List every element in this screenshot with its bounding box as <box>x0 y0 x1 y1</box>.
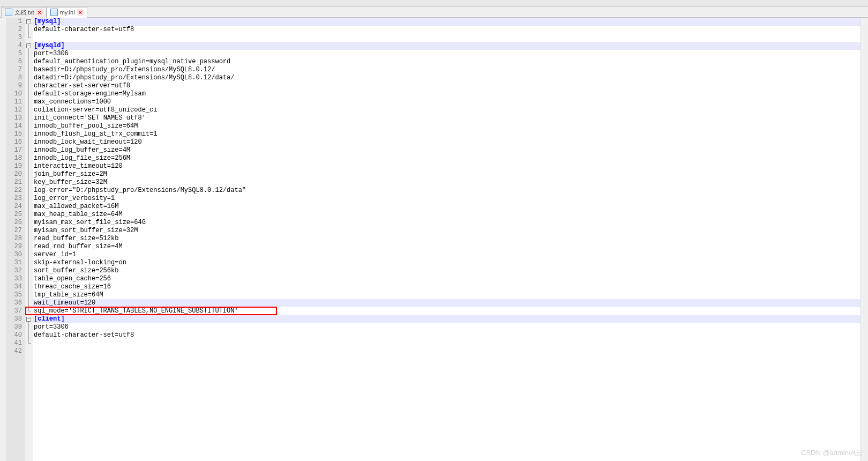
code-line[interactable]: sql_mode='STRICT_TRANS_TABLES,NO_ENGINE_… <box>33 307 860 315</box>
code-line[interactable]: read_rnd_buffer_size=4M <box>33 243 860 251</box>
ini-section: [mysql] <box>34 18 61 25</box>
code-line[interactable]: thread_cache_size=16 <box>33 283 860 291</box>
code-line[interactable]: interactive_timeout=120 <box>33 162 860 170</box>
line-number: 31 <box>7 259 25 267</box>
ini-key: character-set-server <box>34 82 111 90</box>
tab-document-txt[interactable]: 文档.txt × <box>1 7 47 18</box>
ini-key: collation-server <box>34 106 95 114</box>
code-line[interactable]: default-character-set=utf8 <box>33 331 860 339</box>
code-line[interactable]: max_allowed_packet=16M <box>33 203 860 211</box>
code-line[interactable]: [client] <box>33 315 860 323</box>
code-line[interactable]: tmp_table_size=64M <box>33 291 860 299</box>
equals-sign: = <box>126 138 130 146</box>
ini-key: read_buffer_size <box>34 235 95 242</box>
ini-value: 1 <box>72 251 76 258</box>
code-line[interactable]: myisam_max_sort_file_size=64G <box>33 219 860 227</box>
code-line[interactable]: read_buffer_size=512kb <box>33 235 860 243</box>
fold-end-marker <box>28 343 31 344</box>
file-icon <box>5 9 12 16</box>
code-line[interactable]: port=3306 <box>33 50 860 58</box>
fold-toggle-icon[interactable]: − <box>26 19 31 24</box>
line-number: 37 <box>7 307 25 315</box>
ini-value: 256 <box>99 275 111 282</box>
fold-end-marker <box>28 38 31 38</box>
line-number: 42 <box>7 347 25 355</box>
code-line[interactable]: skip-external-locking=on <box>33 259 860 267</box>
line-number: 13 <box>7 114 25 122</box>
ini-key: interactive_timeout <box>34 162 107 170</box>
code-line[interactable]: [mysql] <box>33 18 860 26</box>
ini-key: default-character-set <box>34 26 115 33</box>
code-line[interactable]: default-storage-engine=MyIsam <box>33 90 860 98</box>
ini-value: 512kb <box>99 235 118 242</box>
code-line[interactable]: port=3306 <box>33 323 860 331</box>
close-icon[interactable]: × <box>36 9 43 16</box>
ini-section: [client] <box>34 315 65 323</box>
equals-sign: = <box>69 251 72 258</box>
ini-key: max_allowed_packet <box>34 203 103 210</box>
code-line[interactable]: default-character-set=utf8 <box>33 26 860 34</box>
ini-key: log_error_verbosity <box>34 195 107 202</box>
equals-sign: = <box>107 211 111 218</box>
code-line[interactable]: key_buffer_size=32M <box>33 179 860 187</box>
ini-key: read_rnd_buffer_size <box>34 243 111 250</box>
ini-value: 120 <box>84 299 96 307</box>
ini-value: utf8 <box>118 26 134 33</box>
code-line[interactable]: log-error="D:/phpstudy_pro/Extensions/My… <box>33 187 860 195</box>
code-line[interactable]: table_open_cache=256 <box>33 275 860 283</box>
ini-key: max_connections <box>34 98 92 106</box>
line-number: 39 <box>7 323 25 331</box>
ini-value: 'STRICT_TRANS_TABLES,NO_ENGINE_SUBSTITUT… <box>69 307 238 315</box>
ini-value: 16M <box>107 203 119 210</box>
code-line[interactable]: max_connections=1000 <box>33 98 860 106</box>
code-line[interactable]: init_connect='SET NAMES utf8' <box>33 114 860 122</box>
code-line[interactable]: [mysqld] <box>33 42 860 50</box>
code-line[interactable]: wait_timeout=120 <box>33 299 860 307</box>
ini-key: server_id <box>34 251 69 258</box>
code-line[interactable]: log_error_verbosity=1 <box>33 195 860 203</box>
code-line[interactable]: max_heap_table_size=64M <box>33 211 860 219</box>
code-line[interactable]: character-set-server=utf8 <box>33 82 860 90</box>
code-line[interactable] <box>33 34 860 42</box>
fold-toggle-icon[interactable]: − <box>26 43 31 48</box>
code-line[interactable]: server_id=1 <box>33 251 860 259</box>
ini-value: 3306 <box>53 50 69 57</box>
ini-value: 1 <box>153 130 157 138</box>
ini-value: 64M <box>111 211 123 218</box>
line-number: 25 <box>7 211 25 219</box>
code-line[interactable]: innodb_buffer_pool_size=64M <box>33 122 860 130</box>
code-line[interactable]: innodb_lock_wait_timeout=120 <box>33 138 860 146</box>
code-line[interactable]: datadir=D:/phpstudy_pro/Extensions/MySQL… <box>33 74 860 82</box>
fold-toggle-icon[interactable]: − <box>26 317 31 322</box>
code-line[interactable]: innodb_log_file_size=256M <box>33 154 860 162</box>
line-number: 23 <box>7 195 25 203</box>
line-number: 32 <box>7 267 25 275</box>
vertical-scrollbar[interactable] <box>860 18 868 461</box>
equals-sign: = <box>107 195 111 202</box>
line-number: 29 <box>7 243 25 251</box>
code-line[interactable]: basedir=D:/phpstudy_pro/Extensions/MySQL… <box>33 66 860 74</box>
ini-key: innodb_lock_wait_timeout <box>34 138 126 146</box>
code-line[interactable]: collation-server=utf8_unicode_ci <box>33 106 860 114</box>
ini-key: table_open_cache <box>34 275 95 282</box>
code-line[interactable]: default_authentication_plugin=mysql_nati… <box>33 58 860 66</box>
code-line[interactable]: myisam_sort_buffer_size=32M <box>33 227 860 235</box>
equals-sign: = <box>80 299 84 307</box>
code-area[interactable]: [mysql]default-character-set=utf8[mysqld… <box>33 18 860 461</box>
code-line[interactable]: sort_buffer_size=256kb <box>33 267 860 275</box>
equals-sign: = <box>65 307 69 315</box>
code-line[interactable] <box>33 339 860 347</box>
equals-sign: = <box>49 323 53 331</box>
code-line[interactable]: innodb_flush_log_at_trx_commit=1 <box>33 130 860 138</box>
code-line[interactable] <box>33 347 860 355</box>
line-number: 8 <box>7 74 25 82</box>
ini-value: 3306 <box>53 323 69 331</box>
tab-my-ini[interactable]: my.ini × <box>47 7 87 18</box>
code-line[interactable]: innodb_log_buffer_size=4M <box>33 146 860 154</box>
code-line[interactable]: join_buffer_size=2M <box>33 170 860 179</box>
ini-value: "D:/phpstudy_pro/Extensions/MySQL8.0.12/… <box>72 187 246 194</box>
close-icon[interactable]: × <box>77 9 84 16</box>
line-number: 4 <box>7 42 25 50</box>
ini-key: port <box>34 323 49 331</box>
equals-sign: = <box>88 291 92 299</box>
